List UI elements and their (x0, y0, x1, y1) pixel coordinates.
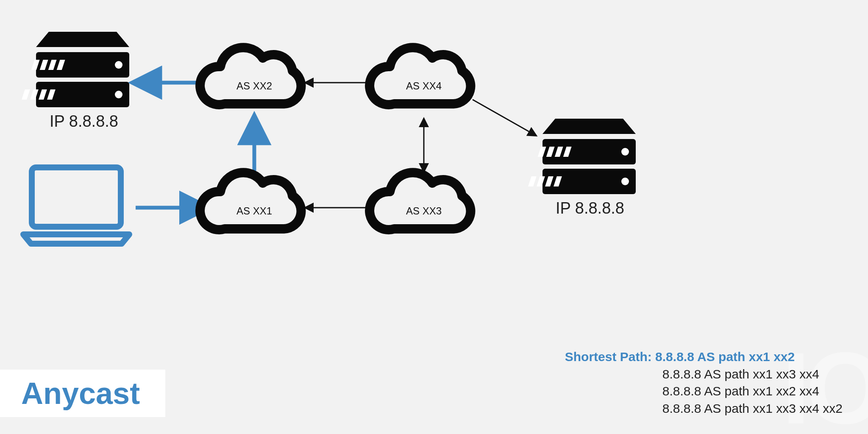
server-icon (528, 119, 636, 194)
shortest-path: Shortest Path: 8.8.8.8 AS path xx1 xx2 (565, 348, 843, 366)
ip-label-right: IP 8.8.8.8 (556, 199, 624, 217)
cloud-icon (200, 47, 301, 105)
cloud-icon (370, 172, 470, 230)
diagram-title: Anycast (21, 378, 140, 409)
diagram-stage: IO (0, 0, 868, 434)
cloud-label-xx4: AS XX4 (406, 80, 442, 92)
server-icon (22, 32, 129, 107)
as-path-item: 8.8.8.8 AS path xx1 xx3 xx4 (565, 366, 843, 383)
as-path-item: 8.8.8.8 AS path xx1 xx2 xx4 (565, 383, 843, 400)
cloud-icon (200, 172, 301, 230)
edge-xx4-server-right (473, 100, 536, 136)
cloud-label-xx2: AS XX2 (236, 80, 272, 92)
cloud-label-xx1: AS XX1 (236, 205, 272, 217)
ip-label-left: IP 8.8.8.8 (50, 112, 118, 131)
cloud-icon (370, 47, 470, 105)
as-path-item: 8.8.8.8 AS path xx1 xx3 xx4 xx2 (565, 400, 843, 417)
laptop-icon (23, 167, 129, 244)
title-box: Anycast (0, 370, 165, 417)
as-paths-list: Shortest Path: 8.8.8.8 AS path xx1 xx2 8… (565, 348, 843, 417)
cloud-label-xx3: AS XX3 (406, 205, 442, 217)
